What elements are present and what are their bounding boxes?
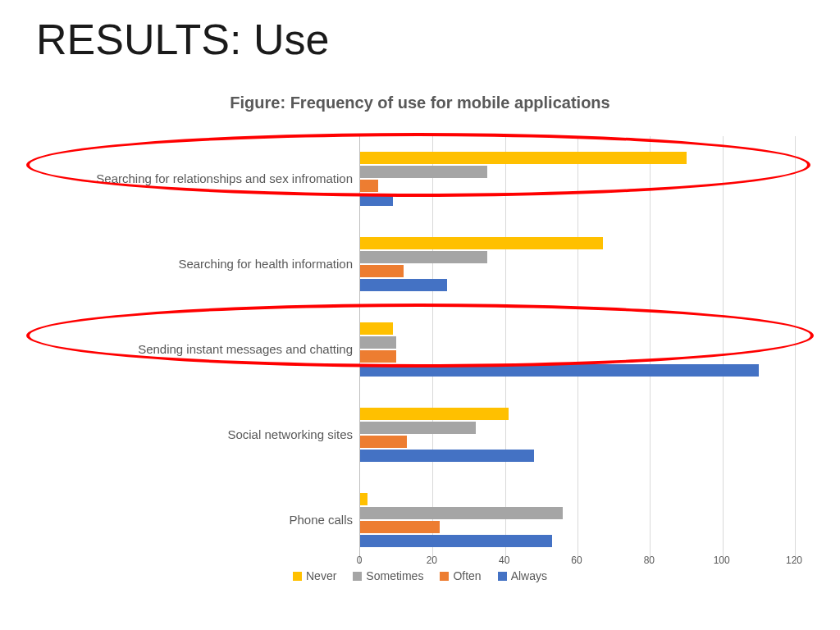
category-label: Searching for relationships and sex infr… bbox=[28, 171, 353, 186]
legend-swatch bbox=[353, 572, 362, 581]
category-label: Social networking sites bbox=[28, 427, 353, 442]
legend-item: Always bbox=[498, 569, 547, 582]
bar bbox=[360, 251, 487, 263]
legend-label: Sometimes bbox=[366, 569, 423, 582]
bar bbox=[360, 521, 440, 533]
legend-label: Always bbox=[511, 569, 547, 582]
legend-item: Often bbox=[440, 569, 481, 582]
legend-label: Never bbox=[306, 569, 336, 582]
bar bbox=[360, 350, 396, 363]
category-group: Sending instant messages and chatting bbox=[28, 307, 812, 392]
category-group: Searching for relationships and sex infr… bbox=[28, 136, 812, 221]
category-group: Searching for health information bbox=[28, 221, 812, 307]
bar bbox=[360, 436, 407, 448]
bar bbox=[360, 364, 759, 377]
legend-label: Often bbox=[453, 569, 481, 582]
bar bbox=[360, 279, 447, 291]
page-title: RESULTS: Use bbox=[36, 15, 329, 64]
bar bbox=[360, 237, 603, 249]
bar bbox=[360, 265, 404, 277]
bar bbox=[360, 336, 396, 349]
legend-item: Sometimes bbox=[353, 569, 423, 582]
chart-title: Figure: Frequency of use for mobile appl… bbox=[0, 94, 840, 112]
chart: 020406080100120 Searching for relationsh… bbox=[28, 123, 812, 582]
category-label: Phone calls bbox=[28, 513, 353, 527]
bar bbox=[360, 152, 687, 164]
bar bbox=[360, 422, 476, 434]
bar bbox=[360, 408, 509, 420]
bar bbox=[360, 180, 378, 192]
bar bbox=[360, 166, 487, 178]
legend-swatch bbox=[498, 572, 507, 581]
legend-item: Never bbox=[293, 569, 336, 582]
legend-swatch bbox=[293, 572, 302, 581]
bar bbox=[360, 493, 368, 505]
category-group: Phone calls bbox=[28, 477, 812, 563]
category-label: Sending instant messages and chatting bbox=[28, 342, 353, 357]
bar bbox=[360, 450, 534, 462]
bar bbox=[360, 507, 563, 519]
legend: NeverSometimesOftenAlways bbox=[28, 569, 812, 582]
bar bbox=[360, 322, 393, 335]
legend-swatch bbox=[440, 572, 449, 581]
bar bbox=[360, 535, 552, 547]
category-label: Searching for health information bbox=[28, 257, 353, 272]
category-group: Social networking sites bbox=[28, 392, 812, 477]
bar bbox=[360, 194, 393, 206]
